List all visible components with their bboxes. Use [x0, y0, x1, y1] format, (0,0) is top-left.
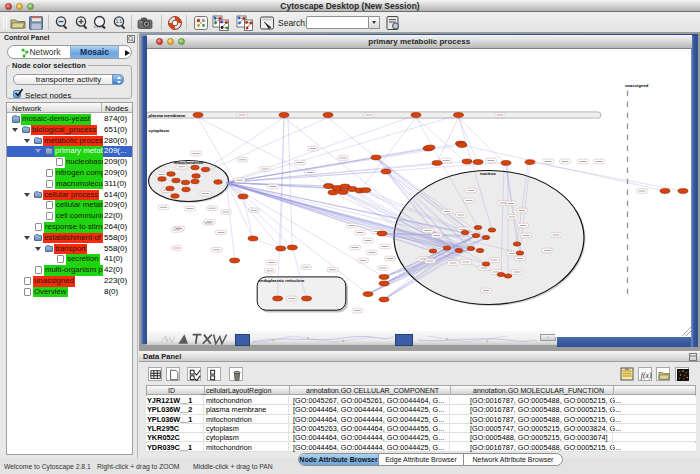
- svg-text:cytoplasm: cytoplasm: [149, 127, 170, 132]
- svg-text:plasma membrane: plasma membrane: [149, 112, 186, 117]
- svg-text:endoplasmic reticulum: endoplasmic reticulum: [259, 278, 305, 283]
- svg-text:nucleus: nucleus: [480, 170, 496, 175]
- svg-text:1:1: 1:1: [116, 19, 123, 24]
- svg-text:f(x): f(x): [641, 371, 652, 380]
- svg-text:unassigned: unassigned: [625, 83, 649, 88]
